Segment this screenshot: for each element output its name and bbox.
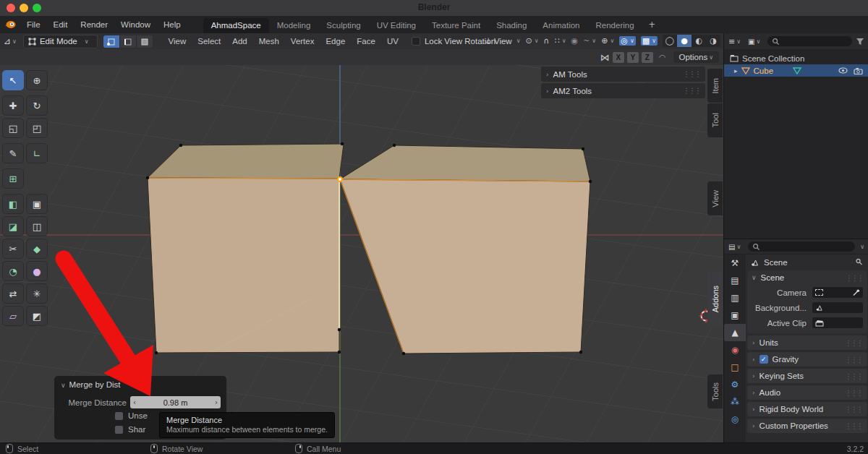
outliner[interactable]: Scene Collection ▸ Cube — [723, 49, 868, 239]
add-workspace-button[interactable]: + — [642, 17, 663, 33]
menu-edit[interactable]: Edit — [47, 16, 75, 33]
expand-icon[interactable]: › — [752, 406, 755, 413]
drag-handle-icon[interactable]: ⋮⋮⋮ — [845, 372, 862, 380]
drag-handle-icon[interactable]: ⋮⋮⋮ — [845, 356, 862, 364]
edge-select-button[interactable] — [120, 35, 137, 48]
panel-keying-sets[interactable]: ›Keying Sets⋮⋮⋮ — [747, 369, 867, 383]
panel-audio[interactable]: ›Audio⋮⋮⋮ — [747, 385, 867, 400]
outliner-search-input[interactable] — [767, 36, 852, 46]
snap-base-icon[interactable]: ◠ — [659, 53, 666, 62]
outliner-type-button[interactable]: ≡∨ — [724, 37, 744, 46]
scene-collection-row[interactable]: Scene Collection — [724, 52, 868, 64]
cube-object-row[interactable]: ▸ Cube — [724, 64, 868, 77]
drag-handle-icon[interactable]: ⋮⋮⋮ — [845, 406, 862, 414]
expand-icon[interactable]: › — [752, 422, 755, 429]
properties-tab-render[interactable]: ▤ — [724, 272, 746, 289]
xray-toggle[interactable]: ▩∨ — [641, 36, 658, 46]
workspace-tab-shading[interactable]: Shading — [488, 18, 535, 33]
snap-target-dropdown[interactable]: ∷∨ — [555, 36, 566, 46]
camera-field[interactable] — [812, 287, 863, 298]
shading-solid-button[interactable]: ● — [677, 35, 692, 47]
filter-icon[interactable] — [856, 38, 864, 46]
viewport-menu-mesh[interactable]: Mesh — [253, 33, 285, 50]
sharp-edges-checkbox[interactable] — [115, 426, 123, 434]
viewport-menu-add[interactable]: Add — [226, 33, 252, 50]
tool-knife[interactable]: ✂ — [2, 239, 24, 259]
scene-panel-header[interactable]: ∨ Scene ⋮⋮⋮ — [747, 270, 867, 285]
operator-panel-header[interactable]: ∨Merge by Dist — [61, 380, 121, 389]
mirror-y-button[interactable]: Y — [627, 52, 639, 63]
properties-tab-output[interactable]: ▥ — [724, 289, 746, 307]
properties-tab-object[interactable]: □ — [724, 359, 746, 376]
properties-tab-scene[interactable]: ▲ — [724, 324, 746, 341]
mirror-x-button[interactable]: X — [613, 52, 624, 63]
pivot-point-dropdown[interactable]: ⊙∨ — [526, 36, 539, 46]
panel-custom-properties[interactable]: ›Custom Properties⋮⋮⋮ — [747, 419, 867, 433]
workspace-tab-ahmadspace[interactable]: AhmadSpace — [203, 18, 269, 33]
mirror-icon[interactable]: ⋈ — [600, 52, 610, 63]
transform-orientation-dropdown[interactable]: ⟂View∨ — [486, 36, 521, 46]
tool-scale[interactable]: ◱ — [2, 118, 24, 138]
npanel-tab-tools[interactable]: Tools — [707, 374, 723, 408]
drag-handle-icon[interactable]: ⋮⋮⋮ — [845, 339, 862, 347]
tool-smooth[interactable]: ● — [26, 261, 48, 281]
properties-options-icon[interactable]: ∨ — [860, 244, 864, 250]
tool-move[interactable]: ✚ — [2, 95, 24, 116]
properties-editor[interactable]: ▤∨ ∨ ⚒▤▥▣▲◉□⚙⁂◎ Scene ∨ Scene ⋮⋮⋮ — [723, 239, 868, 443]
sharp-edges-checkbox-row[interactable]: Shar — [115, 425, 145, 434]
viewport-menu-select[interactable]: Select — [192, 33, 226, 50]
tool-edge-slide[interactable]: ⇄ — [2, 283, 24, 304]
eyedropper-icon[interactable] — [852, 288, 860, 296]
drag-handle-icon[interactable]: ⋮⋮⋮ — [683, 87, 700, 95]
proportional-falloff-dropdown[interactable]: ~∨ — [583, 36, 596, 46]
workspace-tab-modeling[interactable]: Modeling — [269, 18, 319, 33]
tool-poly-build[interactable]: ◆ — [26, 239, 48, 259]
tool-cursor[interactable]: ⊕ — [26, 70, 48, 90]
drag-handle-icon[interactable]: ⋮⋮⋮ — [845, 389, 862, 397]
mirror-z-button[interactable]: Z — [642, 52, 653, 63]
unselected-checkbox[interactable] — [115, 412, 123, 420]
tool-shear[interactable]: ▱ — [2, 306, 24, 326]
menu-window[interactable]: Window — [114, 16, 157, 33]
tool-loop-cut[interactable]: ◫ — [26, 216, 48, 236]
workspace-tab-uv-editing[interactable]: UV Editing — [369, 18, 424, 33]
tool-add-cube[interactable]: ⊞ — [2, 168, 24, 189]
npanel-am2-tools[interactable]: › AM2 Tools ⋮⋮⋮ — [541, 83, 705, 98]
menu-render[interactable]: Render — [74, 16, 114, 33]
panel-rigid-body-world[interactable]: ›Rigid Body World⋮⋮⋮ — [747, 402, 867, 416]
npanel-tab-tool[interactable]: Tool — [707, 103, 723, 137]
slider-decrease-icon[interactable]: ‹ — [130, 398, 139, 406]
menu-file[interactable]: File — [20, 16, 47, 33]
active-clip-field[interactable] — [812, 317, 863, 328]
shading-rendered-button[interactable]: ◑ — [706, 35, 720, 47]
properties-tab-tool[interactable]: ⚒ — [724, 254, 746, 272]
viewport-menu-uv[interactable]: UV — [381, 33, 404, 50]
object-name[interactable]: Cube — [754, 67, 774, 75]
expand-icon[interactable]: › — [752, 372, 755, 380]
workspace-tab-animation[interactable]: Animation — [535, 18, 587, 33]
properties-tab-modifiers[interactable]: ⚙ — [724, 376, 746, 393]
expand-icon[interactable]: › — [752, 389, 755, 396]
merge-distance-slider[interactable]: ‹ 0.98 m › — [130, 396, 221, 408]
properties-tab-particles[interactable]: ⁂ — [724, 393, 746, 411]
pin-icon[interactable] — [855, 258, 867, 267]
panel-units[interactable]: ›Units⋮⋮⋮ — [747, 335, 867, 350]
shading-wireframe-button[interactable]: ◯ — [663, 35, 677, 47]
expand-icon[interactable]: › — [752, 339, 755, 346]
snap-toggle[interactable]: ∩ — [544, 36, 550, 46]
tool-inset-faces[interactable]: ▣ — [26, 194, 48, 214]
expand-icon[interactable]: ▸ — [734, 67, 738, 74]
viewport-menu-view[interactable]: View — [163, 33, 192, 50]
workspace-tab-rendering[interactable]: Rendering — [588, 18, 642, 33]
tool-annotate[interactable]: ✎ — [2, 143, 24, 163]
npanel-tab-item[interactable]: Item — [707, 69, 723, 103]
menu-help[interactable]: Help — [157, 16, 187, 33]
tool-select-box[interactable]: ↖ — [2, 70, 24, 90]
face-select-button[interactable] — [137, 35, 153, 48]
npanel-tab-addons[interactable]: Addons — [707, 272, 723, 326]
viewport-menu-edge[interactable]: Edge — [320, 33, 351, 50]
drag-handle-icon[interactable]: ⋮⋮⋮ — [845, 422, 862, 430]
tool-spin[interactable]: ◔ — [2, 261, 24, 281]
viewport-menu-vertex[interactable]: Vertex — [285, 33, 320, 50]
drag-handle-icon[interactable]: ⋮⋮⋮ — [683, 70, 700, 78]
